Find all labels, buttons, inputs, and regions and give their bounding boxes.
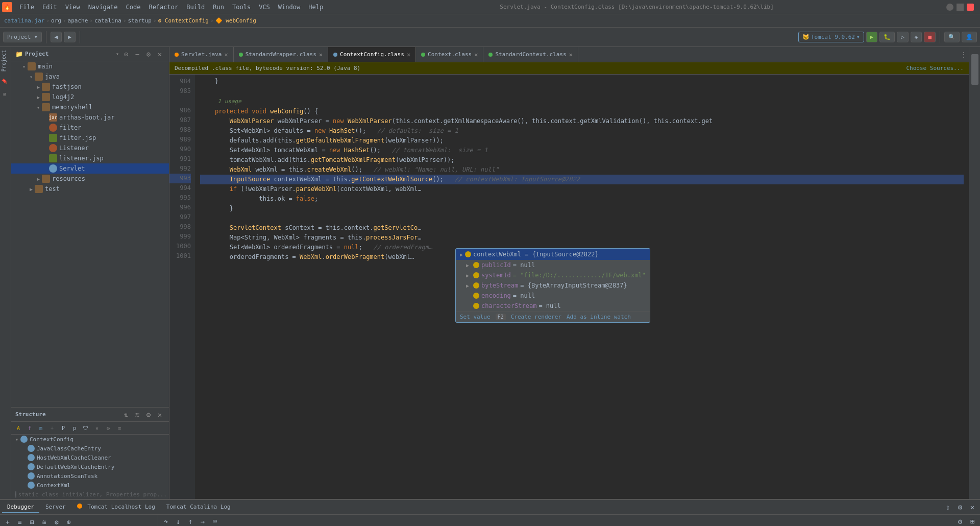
filter-priv[interactable]: p (69, 423, 80, 433)
struct-annotation[interactable]: AnnotationScanTask (11, 471, 169, 481)
struct-javacache[interactable]: JavaClassCacheEntry (11, 444, 169, 453)
set-value-link[interactable]: Set value (460, 314, 491, 320)
menu-window[interactable]: Window (274, 3, 304, 12)
bc-contextconfig[interactable]: ⚙ ContextConfig (158, 17, 209, 24)
tree-java[interactable]: ▾ java (11, 71, 169, 82)
stop-button[interactable]: ■ (924, 32, 936, 42)
tooltip-systemId[interactable]: ▶ systemId = "file:/D:/............/IF/w… (456, 270, 650, 280)
run-cursor-btn[interactable]: → (197, 516, 208, 526)
nav-forward[interactable]: ▶ (64, 32, 76, 42)
minimize-btn[interactable] (946, 4, 953, 11)
tree-fastjson[interactable]: ▶ fastjson (11, 82, 169, 92)
menu-refactor[interactable]: Refactor (144, 3, 182, 12)
menu-view[interactable]: View (61, 3, 84, 12)
tab-contextconfig[interactable]: ContextConfig.class ✕ (328, 47, 416, 62)
struct-contextxml[interactable]: ContextXml (11, 481, 169, 490)
tooltip-charStream[interactable]: ▶ characterStream = null (456, 301, 650, 311)
menu-code[interactable]: Code (122, 3, 145, 12)
layout-btn[interactable]: ⊞ (967, 516, 978, 526)
tab-tomcat-catalina[interactable]: Tomcat Catalina Log (161, 501, 236, 513)
filter-x[interactable]: ✕ (92, 423, 102, 433)
filter-other[interactable]: + (47, 423, 57, 433)
tooltip-encoding[interactable]: ▶ encoding = null (456, 291, 650, 301)
bc-org[interactable]: org (51, 17, 61, 24)
tree-log4j2[interactable]: ▶ log4j2 (11, 92, 169, 102)
close-tab-servlet[interactable]: ✕ (224, 51, 228, 58)
filter-service-btn[interactable]: ≋ (39, 516, 50, 526)
close-tab-sc[interactable]: ✕ (569, 51, 573, 58)
close-structure-btn[interactable]: ✕ (155, 410, 165, 420)
tab-server[interactable]: Server (40, 501, 71, 513)
menu-file[interactable]: File (15, 3, 38, 12)
tomcat-selector[interactable]: 🐱 Tomcat 9.0.62 ▾ (798, 32, 864, 42)
filter-method[interactable]: m (36, 423, 46, 433)
profile-button[interactable]: ◈ (911, 32, 922, 42)
maximize-btn[interactable] (957, 4, 964, 11)
structure-settings[interactable]: ⚙ (143, 410, 154, 420)
tree-listener[interactable]: Listener (11, 143, 169, 153)
tree-test[interactable]: ▶ test (11, 184, 169, 194)
tab-standardwrapper[interactable]: StandardWrapper.class ✕ (234, 47, 328, 62)
tree-memoryshell[interactable]: ▾ memoryshell (11, 102, 169, 112)
close-tab-ctx[interactable]: ✕ (474, 51, 478, 58)
tab-context[interactable]: Context.class ✕ (416, 47, 483, 62)
close-btn[interactable] (967, 4, 974, 11)
settings-button[interactable]: 👤 (962, 32, 977, 42)
add-service-btn[interactable]: + (2, 516, 13, 526)
collapse-all-btn[interactable]: ≡ (14, 516, 26, 526)
tree-filter[interactable]: filter (11, 123, 169, 133)
tree-servlet[interactable]: Servlet (11, 163, 169, 174)
filter-prot[interactable]: 🛡 (81, 423, 91, 433)
tree-resources[interactable]: ▶ resources (11, 174, 169, 184)
struct-hostcache[interactable]: HostWebXmlCacheCleaner (11, 453, 169, 462)
choose-sources-link[interactable]: Choose Sources... (906, 65, 964, 71)
step-over-btn[interactable]: ↷ (160, 516, 172, 526)
menu-edit[interactable]: Edit (38, 3, 61, 12)
tree-arthas[interactable]: jar arthas-boot.jar (11, 112, 169, 123)
bc-catalina[interactable]: catalina.jar (4, 17, 44, 24)
struct-defaultcache[interactable]: DefaultWebXmlCacheEntry (11, 462, 169, 471)
menu-tools[interactable]: Tools (228, 3, 255, 12)
menu-run[interactable]: Run (209, 3, 228, 12)
inline-watch-link[interactable]: Add as inline watch (567, 314, 631, 320)
close-panel-btn[interactable]: ✕ (967, 501, 978, 513)
menu-navigate[interactable]: Navigate (84, 3, 122, 12)
run-button[interactable]: ▶ (866, 32, 878, 42)
group-btn[interactable]: ⊞ (27, 516, 38, 526)
project-btn[interactable]: Project ▾ (3, 32, 42, 42)
debug-button[interactable]: 🐛 (879, 32, 895, 42)
tooltip-byteStream[interactable]: ▶ byteStream = {ByteArrayInputStream@283… (456, 280, 650, 291)
create-renderer-link[interactable]: Create renderer (511, 314, 561, 320)
menu-help[interactable]: Help (304, 3, 327, 12)
tab-tomcat-localhost[interactable]: Tomcat Localhost Log (72, 501, 160, 513)
close-tree-btn[interactable]: ✕ (155, 49, 165, 59)
bc-catalina2[interactable]: catalina (94, 17, 121, 24)
close-tab-cc[interactable]: ✕ (407, 51, 410, 58)
filter-pub[interactable]: P (58, 423, 68, 433)
tooltip-expand[interactable]: ▶ (460, 252, 463, 257)
configure-btn[interactable]: ⚙ (51, 516, 62, 526)
bookmarks-btn[interactable]: 🔖 (0, 75, 11, 89)
tooltip-publicId[interactable]: ▶ publicId = null (456, 260, 650, 270)
tree-filterjsp[interactable]: filter.jsp (11, 133, 169, 143)
search-button[interactable]: 🔍 (944, 32, 960, 42)
settings-tree-btn[interactable]: ⚙ (143, 49, 154, 59)
struct-static[interactable]: static class initializer, Properties pro… (11, 490, 169, 499)
sort-alpha-btn[interactable]: ⇅ (121, 410, 131, 420)
nav-back[interactable]: ◀ (51, 32, 62, 42)
expand-panel-btn[interactable]: ⇧ (942, 501, 953, 513)
collapse-btn[interactable]: − (132, 49, 142, 59)
close-tab-sw[interactable]: ✕ (319, 51, 323, 58)
coverage-button[interactable]: ▷ (897, 32, 909, 42)
tabs-menu-btn[interactable]: ⋮ (959, 50, 969, 60)
filter-inherit[interactable]: ⊕ (103, 423, 113, 433)
step-into-btn[interactable]: ↓ (173, 516, 184, 526)
project-panel-btn[interactable]: Project (0, 47, 11, 75)
filter-anon[interactable]: A (13, 423, 23, 433)
struct-contextconfig[interactable]: ▾ ContextConfig (11, 435, 169, 444)
bc-startup[interactable]: startup (128, 17, 152, 24)
sort-type-btn[interactable]: ≋ (132, 410, 142, 420)
gear-panel-btn[interactable]: ⚙ (954, 501, 966, 513)
plus-service-btn[interactable]: ⊕ (63, 516, 75, 526)
settings-debugger-btn[interactable]: ⚙ (954, 516, 966, 526)
